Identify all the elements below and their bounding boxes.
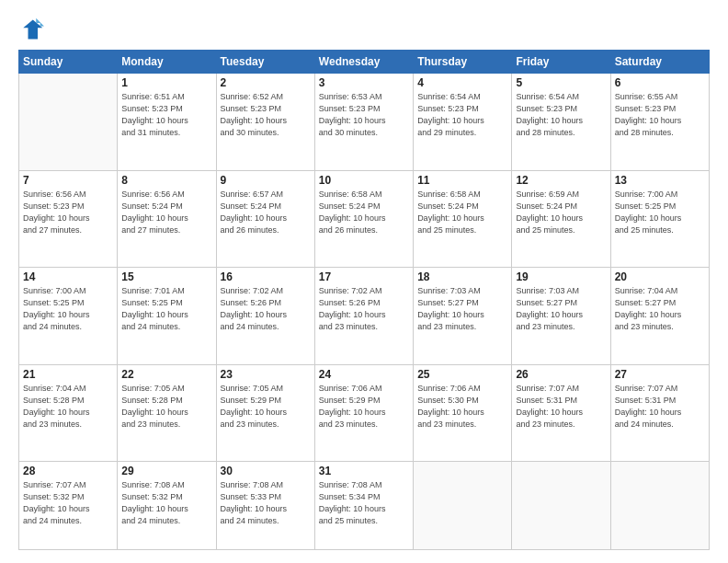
day-info: Sunrise: 7:02 AM Sunset: 5:26 PM Dayligh…: [221, 285, 311, 333]
calendar-cell: 14Sunrise: 7:00 AM Sunset: 5:25 PM Dayli…: [19, 268, 118, 365]
calendar-cell: [512, 462, 610, 550]
day-info: Sunrise: 7:02 AM Sunset: 5:26 PM Dayligh…: [319, 285, 409, 333]
calendar-cell: 22Sunrise: 7:05 AM Sunset: 5:28 PM Dayli…: [118, 364, 216, 462]
day-number: 6: [615, 76, 705, 89]
day-info: Sunrise: 7:08 AM Sunset: 5:33 PM Dayligh…: [221, 479, 311, 527]
day-info: Sunrise: 7:04 AM Sunset: 5:28 PM Dayligh…: [23, 383, 113, 431]
day-info: Sunrise: 6:51 AM Sunset: 5:23 PM Dayligh…: [121, 91, 211, 139]
col-header-saturday: Saturday: [610, 51, 709, 74]
day-info: Sunrise: 6:55 AM Sunset: 5:23 PM Dayligh…: [615, 91, 705, 139]
calendar-cell: 24Sunrise: 7:06 AM Sunset: 5:29 PM Dayli…: [314, 364, 413, 462]
day-info: Sunrise: 7:00 AM Sunset: 5:25 PM Dayligh…: [23, 285, 113, 333]
day-number: 31: [319, 465, 409, 477]
calendar-header-row: SundayMondayTuesdayWednesdayThursdayFrid…: [19, 51, 710, 74]
calendar-cell: 10Sunrise: 6:58 AM Sunset: 5:24 PM Dayli…: [314, 170, 413, 268]
calendar-cell: 20Sunrise: 7:04 AM Sunset: 5:27 PM Dayli…: [610, 268, 709, 365]
day-number: 22: [121, 368, 211, 381]
calendar-cell: 15Sunrise: 7:01 AM Sunset: 5:25 PM Dayli…: [118, 268, 216, 365]
day-info: Sunrise: 6:59 AM Sunset: 5:24 PM Dayligh…: [516, 189, 606, 236]
day-number: 20: [615, 270, 705, 283]
col-header-thursday: Thursday: [414, 51, 512, 74]
calendar-cell: 4Sunrise: 6:54 AM Sunset: 5:23 PM Daylig…: [414, 74, 512, 171]
calendar-cell: 13Sunrise: 7:00 AM Sunset: 5:25 PM Dayli…: [610, 170, 709, 268]
day-info: Sunrise: 6:58 AM Sunset: 5:24 PM Dayligh…: [319, 189, 409, 236]
day-number: 12: [516, 174, 606, 187]
calendar-week-2: 14Sunrise: 7:00 AM Sunset: 5:25 PM Dayli…: [19, 268, 710, 365]
calendar-cell: 26Sunrise: 7:07 AM Sunset: 5:31 PM Dayli…: [512, 364, 610, 462]
day-info: Sunrise: 6:54 AM Sunset: 5:23 PM Dayligh…: [516, 91, 606, 139]
day-number: 2: [221, 76, 311, 89]
day-number: 25: [417, 368, 507, 381]
calendar-cell: 11Sunrise: 6:58 AM Sunset: 5:24 PM Dayli…: [414, 170, 512, 268]
day-number: 9: [221, 174, 311, 187]
calendar-cell: 25Sunrise: 7:06 AM Sunset: 5:30 PM Dayli…: [414, 364, 512, 462]
calendar-cell: 21Sunrise: 7:04 AM Sunset: 5:28 PM Dayli…: [19, 364, 118, 462]
day-number: 14: [23, 270, 113, 283]
calendar-table: SundayMondayTuesdayWednesdayThursdayFrid…: [18, 50, 710, 550]
calendar-cell: 31Sunrise: 7:08 AM Sunset: 5:34 PM Dayli…: [314, 462, 413, 550]
day-info: Sunrise: 7:05 AM Sunset: 5:28 PM Dayligh…: [121, 383, 211, 431]
day-number: 3: [319, 76, 409, 89]
col-header-sunday: Sunday: [19, 51, 118, 74]
calendar-week-4: 28Sunrise: 7:07 AM Sunset: 5:32 PM Dayli…: [19, 462, 710, 550]
col-header-wednesday: Wednesday: [314, 51, 413, 74]
calendar-cell: 23Sunrise: 7:05 AM Sunset: 5:29 PM Dayli…: [216, 364, 314, 462]
day-info: Sunrise: 7:07 AM Sunset: 5:31 PM Dayligh…: [615, 383, 705, 431]
day-info: Sunrise: 7:04 AM Sunset: 5:27 PM Dayligh…: [615, 285, 705, 333]
day-info: Sunrise: 7:08 AM Sunset: 5:32 PM Dayligh…: [121, 479, 211, 527]
day-number: 8: [121, 174, 211, 187]
day-number: 28: [23, 465, 113, 477]
day-info: Sunrise: 7:03 AM Sunset: 5:27 PM Dayligh…: [516, 285, 606, 333]
calendar-week-0: 1Sunrise: 6:51 AM Sunset: 5:23 PM Daylig…: [19, 74, 710, 171]
logo-icon: [18, 17, 44, 42]
day-number: 5: [516, 76, 606, 89]
day-number: 13: [615, 174, 705, 187]
day-number: 29: [121, 465, 211, 477]
calendar-cell: 27Sunrise: 7:07 AM Sunset: 5:31 PM Dayli…: [610, 364, 709, 462]
header: [18, 17, 710, 42]
calendar-cell: 7Sunrise: 6:56 AM Sunset: 5:23 PM Daylig…: [19, 170, 118, 268]
col-header-tuesday: Tuesday: [216, 51, 314, 74]
day-info: Sunrise: 7:06 AM Sunset: 5:29 PM Dayligh…: [319, 383, 409, 431]
day-number: 16: [221, 270, 311, 283]
day-info: Sunrise: 7:08 AM Sunset: 5:34 PM Dayligh…: [319, 479, 409, 527]
calendar-cell: 12Sunrise: 6:59 AM Sunset: 5:24 PM Dayli…: [512, 170, 610, 268]
calendar-cell: [414, 462, 512, 550]
day-number: 10: [319, 174, 409, 187]
day-number: 15: [121, 270, 211, 283]
day-info: Sunrise: 7:00 AM Sunset: 5:25 PM Dayligh…: [615, 189, 705, 236]
day-info: Sunrise: 7:06 AM Sunset: 5:30 PM Dayligh…: [417, 383, 507, 431]
logo: [18, 17, 48, 42]
day-info: Sunrise: 6:58 AM Sunset: 5:24 PM Dayligh…: [417, 189, 507, 236]
calendar-cell: [610, 462, 709, 550]
day-number: 1: [121, 76, 211, 89]
day-number: 19: [516, 270, 606, 283]
calendar-cell: 2Sunrise: 6:52 AM Sunset: 5:23 PM Daylig…: [216, 74, 314, 171]
day-number: 18: [417, 270, 507, 283]
calendar-cell: 16Sunrise: 7:02 AM Sunset: 5:26 PM Dayli…: [216, 268, 314, 365]
calendar-week-3: 21Sunrise: 7:04 AM Sunset: 5:28 PM Dayli…: [19, 364, 710, 462]
day-info: Sunrise: 7:03 AM Sunset: 5:27 PM Dayligh…: [417, 285, 507, 333]
day-number: 21: [23, 368, 113, 381]
col-header-monday: Monday: [118, 51, 216, 74]
day-number: 23: [221, 368, 311, 381]
calendar-cell: 8Sunrise: 6:56 AM Sunset: 5:24 PM Daylig…: [118, 170, 216, 268]
day-info: Sunrise: 6:57 AM Sunset: 5:24 PM Dayligh…: [221, 189, 311, 236]
calendar-cell: 28Sunrise: 7:07 AM Sunset: 5:32 PM Dayli…: [19, 462, 118, 550]
day-info: Sunrise: 7:07 AM Sunset: 5:31 PM Dayligh…: [516, 383, 606, 431]
day-number: 17: [319, 270, 409, 283]
calendar-cell: [19, 74, 118, 171]
page: SundayMondayTuesdayWednesdayThursdayFrid…: [0, 0, 728, 563]
calendar-cell: 29Sunrise: 7:08 AM Sunset: 5:32 PM Dayli…: [118, 462, 216, 550]
calendar-cell: 19Sunrise: 7:03 AM Sunset: 5:27 PM Dayli…: [512, 268, 610, 365]
day-number: 4: [417, 76, 507, 89]
calendar-cell: 18Sunrise: 7:03 AM Sunset: 5:27 PM Dayli…: [414, 268, 512, 365]
day-number: 26: [516, 368, 606, 381]
day-info: Sunrise: 6:52 AM Sunset: 5:23 PM Dayligh…: [221, 91, 311, 139]
day-info: Sunrise: 7:05 AM Sunset: 5:29 PM Dayligh…: [221, 383, 311, 431]
calendar-cell: 30Sunrise: 7:08 AM Sunset: 5:33 PM Dayli…: [216, 462, 314, 550]
day-number: 24: [319, 368, 409, 381]
day-info: Sunrise: 6:53 AM Sunset: 5:23 PM Dayligh…: [319, 91, 409, 139]
calendar-cell: 3Sunrise: 6:53 AM Sunset: 5:23 PM Daylig…: [314, 74, 413, 171]
day-info: Sunrise: 6:56 AM Sunset: 5:23 PM Dayligh…: [23, 189, 113, 236]
